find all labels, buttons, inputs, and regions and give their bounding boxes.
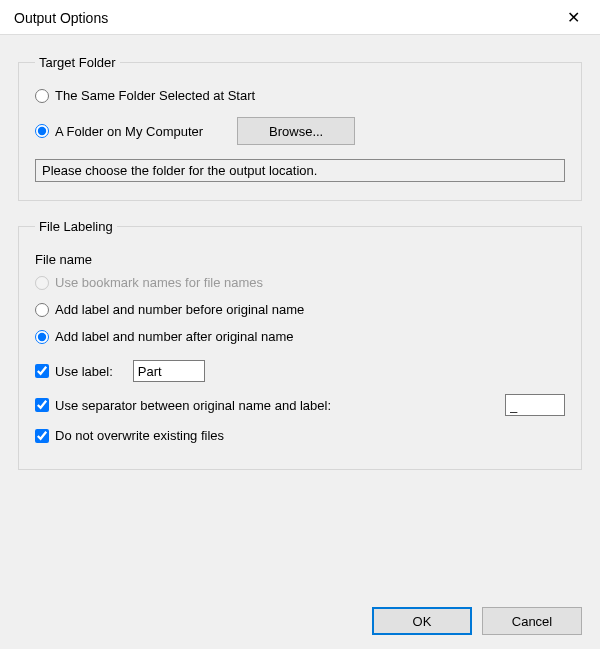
radio-add-before-label: Add label and number before original nam…: [55, 302, 304, 317]
radio-use-bookmark: Use bookmark names for file names: [35, 275, 263, 290]
target-folder-group: Target Folder The Same Folder Selected a…: [18, 55, 582, 201]
check-use-label[interactable]: Use label:: [35, 364, 113, 379]
check-no-overwrite[interactable]: Do not overwrite existing files: [35, 428, 224, 443]
check-use-separator[interactable]: Use separator between original name and …: [35, 398, 331, 413]
radio-my-computer-label: A Folder on My Computer: [55, 124, 203, 139]
radio-use-bookmark-input: [35, 276, 49, 290]
radio-my-computer-input[interactable]: [35, 124, 49, 138]
radio-add-after[interactable]: Add label and number after original name: [35, 329, 293, 344]
window-title: Output Options: [14, 10, 108, 26]
separator-input[interactable]: [505, 394, 565, 416]
target-folder-legend: Target Folder: [35, 55, 120, 70]
radio-use-bookmark-label: Use bookmark names for file names: [55, 275, 263, 290]
dialog-body: Target Folder The Same Folder Selected a…: [0, 34, 600, 649]
radio-add-after-label: Add label and number after original name: [55, 329, 293, 344]
file-labeling-group: File Labeling File name Use bookmark nam…: [18, 219, 582, 470]
file-name-heading: File name: [35, 252, 565, 267]
ok-button[interactable]: OK: [372, 607, 472, 635]
file-labeling-legend: File Labeling: [35, 219, 117, 234]
check-use-separator-input[interactable]: [35, 398, 49, 412]
radio-same-folder-label: The Same Folder Selected at Start: [55, 88, 255, 103]
label-input[interactable]: [133, 360, 205, 382]
folder-path-display: Please choose the folder for the output …: [35, 159, 565, 182]
titlebar: Output Options ✕: [0, 0, 600, 34]
close-icon[interactable]: ✕: [559, 8, 588, 28]
browse-button[interactable]: Browse...: [237, 117, 355, 145]
check-use-label-input[interactable]: [35, 364, 49, 378]
dialog-footer: OK Cancel: [372, 607, 582, 635]
check-no-overwrite-input[interactable]: [35, 429, 49, 443]
radio-add-before[interactable]: Add label and number before original nam…: [35, 302, 304, 317]
radio-my-computer[interactable]: A Folder on My Computer: [35, 124, 203, 139]
check-use-label-text: Use label:: [55, 364, 113, 379]
radio-add-after-input[interactable]: [35, 330, 49, 344]
check-no-overwrite-text: Do not overwrite existing files: [55, 428, 224, 443]
radio-add-before-input[interactable]: [35, 303, 49, 317]
check-use-separator-text: Use separator between original name and …: [55, 398, 331, 413]
cancel-button[interactable]: Cancel: [482, 607, 582, 635]
radio-same-folder[interactable]: The Same Folder Selected at Start: [35, 88, 255, 103]
radio-same-folder-input[interactable]: [35, 89, 49, 103]
